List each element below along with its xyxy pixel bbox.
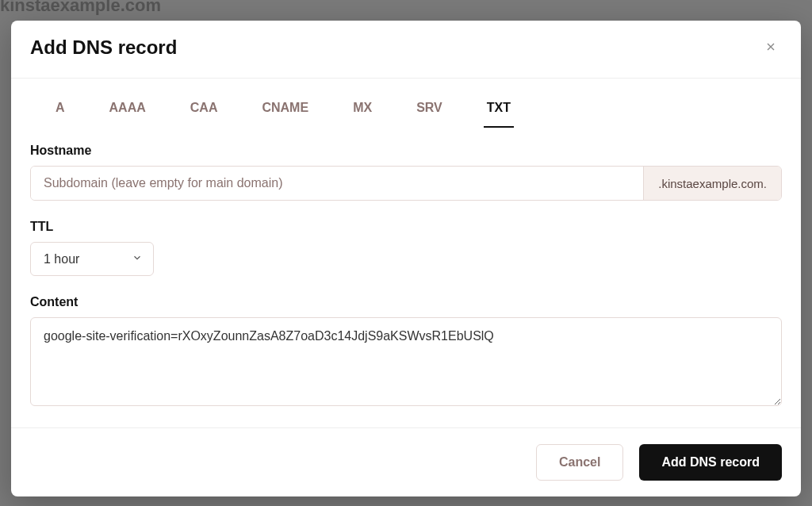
modal-header: Add DNS record	[11, 21, 801, 79]
hostname-input-row: .kinstaexample.com.	[30, 166, 782, 201]
content-label: Content	[30, 295, 782, 309]
hostname-input[interactable]	[31, 167, 643, 200]
modal-footer: Cancel Add DNS record	[11, 427, 801, 496]
ttl-select[interactable]: 1 hour	[30, 242, 154, 276]
tab-aaaa[interactable]: AAAA	[106, 94, 149, 128]
tab-caa[interactable]: CAA	[187, 94, 221, 128]
close-button[interactable]	[760, 35, 782, 60]
close-icon	[764, 39, 777, 56]
ttl-field: TTL 1 hour	[30, 220, 782, 276]
hostname-label: Hostname	[30, 144, 782, 158]
add-dns-record-modal: Add DNS record A AAAA CAA CNAME MX SRV T…	[11, 21, 801, 496]
cancel-button[interactable]: Cancel	[536, 444, 623, 481]
content-field: Content	[30, 295, 782, 409]
hostname-suffix: .kinstaexample.com.	[643, 167, 781, 200]
tab-srv[interactable]: SRV	[413, 94, 446, 128]
hostname-field: Hostname .kinstaexample.com.	[30, 144, 782, 201]
record-type-tabs: A AAAA CAA CNAME MX SRV TXT	[11, 79, 801, 128]
tab-mx[interactable]: MX	[350, 94, 375, 128]
tab-cname[interactable]: CNAME	[259, 94, 312, 128]
content-textarea[interactable]	[30, 317, 782, 406]
modal-body: Hostname .kinstaexample.com. TTL 1 hour …	[11, 128, 801, 427]
add-dns-record-button[interactable]: Add DNS record	[639, 444, 782, 481]
tab-a[interactable]: A	[52, 94, 68, 128]
modal-title: Add DNS record	[30, 36, 177, 59]
tab-txt[interactable]: TXT	[484, 94, 514, 128]
ttl-label: TTL	[30, 220, 782, 234]
